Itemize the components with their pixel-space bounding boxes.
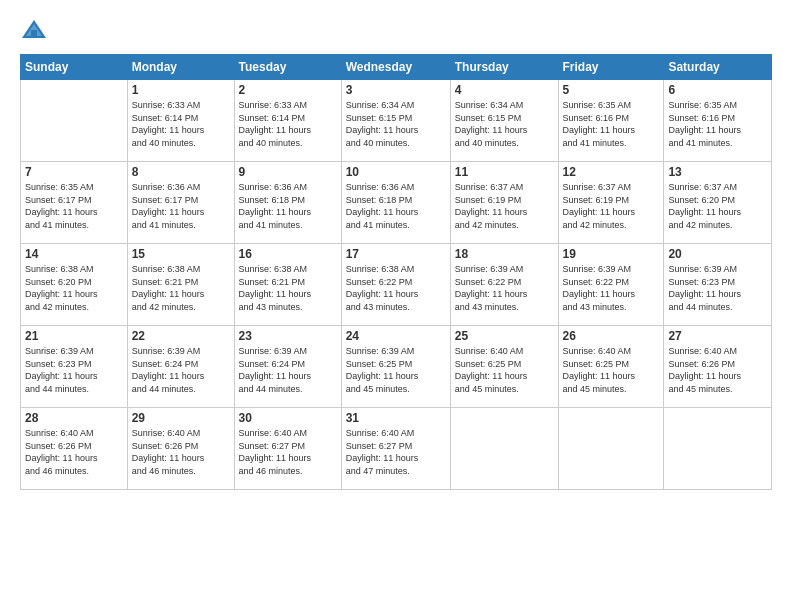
day-info: Sunrise: 6:39 AM Sunset: 6:25 PM Dayligh… bbox=[346, 345, 446, 395]
calendar-cell: 11Sunrise: 6:37 AM Sunset: 6:19 PM Dayli… bbox=[450, 162, 558, 244]
day-number: 19 bbox=[563, 247, 660, 261]
day-number: 12 bbox=[563, 165, 660, 179]
day-info: Sunrise: 6:34 AM Sunset: 6:15 PM Dayligh… bbox=[346, 99, 446, 149]
day-info: Sunrise: 6:39 AM Sunset: 6:23 PM Dayligh… bbox=[668, 263, 767, 313]
day-info: Sunrise: 6:38 AM Sunset: 6:20 PM Dayligh… bbox=[25, 263, 123, 313]
day-number: 30 bbox=[239, 411, 337, 425]
calendar-cell bbox=[21, 80, 128, 162]
day-info: Sunrise: 6:40 AM Sunset: 6:27 PM Dayligh… bbox=[239, 427, 337, 477]
calendar-cell: 25Sunrise: 6:40 AM Sunset: 6:25 PM Dayli… bbox=[450, 326, 558, 408]
calendar-cell: 6Sunrise: 6:35 AM Sunset: 6:16 PM Daylig… bbox=[664, 80, 772, 162]
week-row-2: 7Sunrise: 6:35 AM Sunset: 6:17 PM Daylig… bbox=[21, 162, 772, 244]
day-info: Sunrise: 6:37 AM Sunset: 6:20 PM Dayligh… bbox=[668, 181, 767, 231]
calendar-cell: 21Sunrise: 6:39 AM Sunset: 6:23 PM Dayli… bbox=[21, 326, 128, 408]
day-info: Sunrise: 6:36 AM Sunset: 6:18 PM Dayligh… bbox=[239, 181, 337, 231]
weekday-header-thursday: Thursday bbox=[450, 55, 558, 80]
week-row-5: 28Sunrise: 6:40 AM Sunset: 6:26 PM Dayli… bbox=[21, 408, 772, 490]
calendar-cell: 7Sunrise: 6:35 AM Sunset: 6:17 PM Daylig… bbox=[21, 162, 128, 244]
week-row-3: 14Sunrise: 6:38 AM Sunset: 6:20 PM Dayli… bbox=[21, 244, 772, 326]
day-number: 16 bbox=[239, 247, 337, 261]
day-info: Sunrise: 6:40 AM Sunset: 6:25 PM Dayligh… bbox=[563, 345, 660, 395]
calendar-cell: 12Sunrise: 6:37 AM Sunset: 6:19 PM Dayli… bbox=[558, 162, 664, 244]
weekday-header-friday: Friday bbox=[558, 55, 664, 80]
day-info: Sunrise: 6:37 AM Sunset: 6:19 PM Dayligh… bbox=[455, 181, 554, 231]
day-number: 18 bbox=[455, 247, 554, 261]
day-number: 14 bbox=[25, 247, 123, 261]
day-info: Sunrise: 6:35 AM Sunset: 6:16 PM Dayligh… bbox=[563, 99, 660, 149]
day-number: 31 bbox=[346, 411, 446, 425]
weekday-header-monday: Monday bbox=[127, 55, 234, 80]
day-info: Sunrise: 6:39 AM Sunset: 6:24 PM Dayligh… bbox=[239, 345, 337, 395]
day-info: Sunrise: 6:39 AM Sunset: 6:24 PM Dayligh… bbox=[132, 345, 230, 395]
calendar-cell: 30Sunrise: 6:40 AM Sunset: 6:27 PM Dayli… bbox=[234, 408, 341, 490]
calendar-cell: 28Sunrise: 6:40 AM Sunset: 6:26 PM Dayli… bbox=[21, 408, 128, 490]
calendar-cell bbox=[558, 408, 664, 490]
day-info: Sunrise: 6:40 AM Sunset: 6:26 PM Dayligh… bbox=[132, 427, 230, 477]
day-info: Sunrise: 6:38 AM Sunset: 6:22 PM Dayligh… bbox=[346, 263, 446, 313]
calendar-cell: 8Sunrise: 6:36 AM Sunset: 6:17 PM Daylig… bbox=[127, 162, 234, 244]
day-info: Sunrise: 6:39 AM Sunset: 6:23 PM Dayligh… bbox=[25, 345, 123, 395]
weekday-header-saturday: Saturday bbox=[664, 55, 772, 80]
day-number: 11 bbox=[455, 165, 554, 179]
day-info: Sunrise: 6:35 AM Sunset: 6:16 PM Dayligh… bbox=[668, 99, 767, 149]
day-info: Sunrise: 6:37 AM Sunset: 6:19 PM Dayligh… bbox=[563, 181, 660, 231]
logo bbox=[20, 16, 52, 44]
day-number: 25 bbox=[455, 329, 554, 343]
calendar-cell: 22Sunrise: 6:39 AM Sunset: 6:24 PM Dayli… bbox=[127, 326, 234, 408]
day-number: 6 bbox=[668, 83, 767, 97]
day-number: 9 bbox=[239, 165, 337, 179]
weekday-header-tuesday: Tuesday bbox=[234, 55, 341, 80]
page: SundayMondayTuesdayWednesdayThursdayFrid… bbox=[0, 0, 792, 612]
calendar-cell: 26Sunrise: 6:40 AM Sunset: 6:25 PM Dayli… bbox=[558, 326, 664, 408]
day-number: 17 bbox=[346, 247, 446, 261]
calendar-cell: 31Sunrise: 6:40 AM Sunset: 6:27 PM Dayli… bbox=[341, 408, 450, 490]
day-number: 28 bbox=[25, 411, 123, 425]
calendar-cell: 23Sunrise: 6:39 AM Sunset: 6:24 PM Dayli… bbox=[234, 326, 341, 408]
day-number: 5 bbox=[563, 83, 660, 97]
day-info: Sunrise: 6:36 AM Sunset: 6:17 PM Dayligh… bbox=[132, 181, 230, 231]
day-info: Sunrise: 6:40 AM Sunset: 6:27 PM Dayligh… bbox=[346, 427, 446, 477]
day-number: 24 bbox=[346, 329, 446, 343]
calendar-table: SundayMondayTuesdayWednesdayThursdayFrid… bbox=[20, 54, 772, 490]
day-number: 29 bbox=[132, 411, 230, 425]
day-info: Sunrise: 6:39 AM Sunset: 6:22 PM Dayligh… bbox=[563, 263, 660, 313]
calendar-cell: 10Sunrise: 6:36 AM Sunset: 6:18 PM Dayli… bbox=[341, 162, 450, 244]
day-number: 8 bbox=[132, 165, 230, 179]
calendar-cell: 27Sunrise: 6:40 AM Sunset: 6:26 PM Dayli… bbox=[664, 326, 772, 408]
week-row-1: 1Sunrise: 6:33 AM Sunset: 6:14 PM Daylig… bbox=[21, 80, 772, 162]
day-number: 27 bbox=[668, 329, 767, 343]
calendar-cell: 24Sunrise: 6:39 AM Sunset: 6:25 PM Dayli… bbox=[341, 326, 450, 408]
calendar-cell: 5Sunrise: 6:35 AM Sunset: 6:16 PM Daylig… bbox=[558, 80, 664, 162]
day-number: 23 bbox=[239, 329, 337, 343]
calendar-cell: 4Sunrise: 6:34 AM Sunset: 6:15 PM Daylig… bbox=[450, 80, 558, 162]
calendar-cell: 3Sunrise: 6:34 AM Sunset: 6:15 PM Daylig… bbox=[341, 80, 450, 162]
day-info: Sunrise: 6:38 AM Sunset: 6:21 PM Dayligh… bbox=[132, 263, 230, 313]
day-info: Sunrise: 6:40 AM Sunset: 6:25 PM Dayligh… bbox=[455, 345, 554, 395]
calendar-cell: 13Sunrise: 6:37 AM Sunset: 6:20 PM Dayli… bbox=[664, 162, 772, 244]
calendar-cell: 14Sunrise: 6:38 AM Sunset: 6:20 PM Dayli… bbox=[21, 244, 128, 326]
weekday-header-row: SundayMondayTuesdayWednesdayThursdayFrid… bbox=[21, 55, 772, 80]
weekday-header-sunday: Sunday bbox=[21, 55, 128, 80]
day-info: Sunrise: 6:33 AM Sunset: 6:14 PM Dayligh… bbox=[132, 99, 230, 149]
day-number: 7 bbox=[25, 165, 123, 179]
day-info: Sunrise: 6:33 AM Sunset: 6:14 PM Dayligh… bbox=[239, 99, 337, 149]
calendar-cell: 1Sunrise: 6:33 AM Sunset: 6:14 PM Daylig… bbox=[127, 80, 234, 162]
calendar-cell bbox=[450, 408, 558, 490]
day-number: 10 bbox=[346, 165, 446, 179]
calendar-cell: 19Sunrise: 6:39 AM Sunset: 6:22 PM Dayli… bbox=[558, 244, 664, 326]
day-number: 26 bbox=[563, 329, 660, 343]
day-number: 13 bbox=[668, 165, 767, 179]
day-info: Sunrise: 6:38 AM Sunset: 6:21 PM Dayligh… bbox=[239, 263, 337, 313]
day-number: 3 bbox=[346, 83, 446, 97]
day-info: Sunrise: 6:39 AM Sunset: 6:22 PM Dayligh… bbox=[455, 263, 554, 313]
calendar-cell: 9Sunrise: 6:36 AM Sunset: 6:18 PM Daylig… bbox=[234, 162, 341, 244]
weekday-header-wednesday: Wednesday bbox=[341, 55, 450, 80]
day-info: Sunrise: 6:40 AM Sunset: 6:26 PM Dayligh… bbox=[25, 427, 123, 477]
calendar-cell: 17Sunrise: 6:38 AM Sunset: 6:22 PM Dayli… bbox=[341, 244, 450, 326]
logo-icon bbox=[20, 16, 48, 44]
day-number: 1 bbox=[132, 83, 230, 97]
day-info: Sunrise: 6:36 AM Sunset: 6:18 PM Dayligh… bbox=[346, 181, 446, 231]
calendar-cell: 18Sunrise: 6:39 AM Sunset: 6:22 PM Dayli… bbox=[450, 244, 558, 326]
day-number: 15 bbox=[132, 247, 230, 261]
day-number: 22 bbox=[132, 329, 230, 343]
